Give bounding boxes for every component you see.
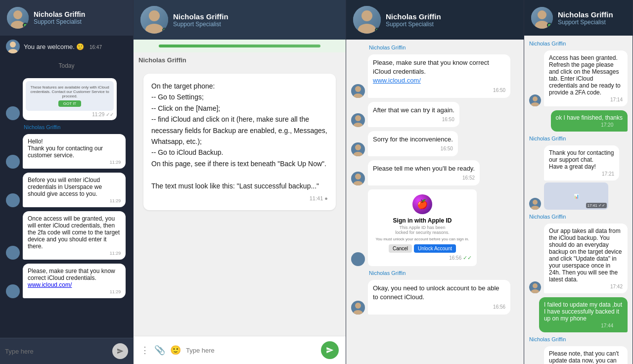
svg-point-25 bbox=[531, 289, 540, 293]
panel4-bubble-2: ok I have finished, thanks 17:20 ✓✓ bbox=[551, 110, 628, 132]
panel4-bubble-3: Thank you for contacting our support cha… bbox=[544, 145, 619, 181]
apple-signin-title: Sign in with Apple ID bbox=[373, 217, 472, 224]
panel4-screenshot-time: 17:41 ✓✓ bbox=[586, 203, 607, 208]
panel2-online-indicator bbox=[162, 28, 167, 33]
apple-id-screenshot: 🍎 Sign in with Apple ID This Apple ID ha… bbox=[368, 189, 477, 266]
panel3-header-info: Nicholas Griffin Support Specialist bbox=[386, 12, 517, 28]
online-indicator bbox=[23, 23, 28, 28]
panel1-bubble-please: Please, make sure that you know correct … bbox=[23, 264, 126, 298]
more-options-icon[interactable]: ⋮ bbox=[140, 345, 149, 356]
sender-avatar-3 bbox=[6, 193, 20, 207]
sender-avatar-p4-1 bbox=[529, 94, 541, 106]
panel3-avatar bbox=[353, 6, 381, 34]
panel3-bubble-2: After that we can try it again. 16:50 bbox=[368, 102, 459, 127]
svg-point-24 bbox=[533, 283, 538, 288]
panel1-contact-role: Support Specialist bbox=[34, 18, 126, 25]
panel4-sender-1: Nicholas Griffin bbox=[529, 41, 628, 46]
chat-panel-4: Nicholas Griffin Support Specialist Nich… bbox=[524, 0, 633, 364]
panel3-online-indicator bbox=[375, 28, 380, 33]
panel1-header-info: Nicholas Griffin Support Specialist bbox=[34, 10, 126, 25]
svg-point-2 bbox=[10, 42, 16, 47]
apple-logo-circle: 🍎 bbox=[412, 194, 432, 214]
panel3-bubble-4: Please tell me when you'll be ready. 16:… bbox=[368, 160, 480, 185]
sender-avatar-p3-1 bbox=[351, 84, 365, 98]
panel4-contact-role: Support Specialist bbox=[558, 19, 626, 26]
panel2-contact-name: Nicholas Griffin bbox=[173, 12, 339, 21]
panel4-bubble-5: I failed to update my data ,but I have s… bbox=[539, 297, 628, 332]
panel3-bubble-6: Okay, you need to unlock account to be a… bbox=[368, 280, 510, 314]
svg-point-11 bbox=[353, 123, 363, 127]
panel4-msg-4: Our app takes all data from the iCloud b… bbox=[529, 224, 628, 293]
panel1-welcome-text: You are welcome. 🙂 bbox=[24, 43, 84, 50]
sender-avatar-p3-4 bbox=[351, 172, 365, 185]
svg-point-12 bbox=[355, 144, 361, 150]
sender-avatar-p3-5 bbox=[351, 252, 365, 266]
panel4-sender-3: Nicholas Griffin bbox=[529, 136, 628, 141]
panel4-contact-name: Nicholas Griffin bbox=[558, 10, 626, 19]
sender-avatar-p3-2 bbox=[351, 113, 365, 127]
svg-point-8 bbox=[355, 86, 361, 92]
apple-unlock-button[interactable]: Unlock Account bbox=[414, 244, 456, 253]
panel3-apple-screenshot-container: 🍎 Sign in with Apple ID This Apple ID ha… bbox=[368, 189, 477, 266]
panel1-date-divider: Today bbox=[0, 60, 133, 71]
svg-point-7 bbox=[358, 24, 376, 34]
panel1-bubble-once: Once access will be granted, you will en… bbox=[23, 211, 126, 260]
svg-point-6 bbox=[362, 10, 372, 21]
panel4-msg-5: I failed to update my data ,but I have s… bbox=[529, 297, 628, 332]
panel1-message-1: These features are available only with i… bbox=[6, 78, 127, 120]
panel2-progress-area bbox=[134, 40, 346, 52]
panel2-send-button[interactable] bbox=[321, 341, 339, 359]
panel3-sender-name-6: Nicholas Griffin bbox=[369, 270, 519, 276]
panel2-header-info: Nicholas Griffin Support Specialist bbox=[173, 12, 339, 28]
panel3-bubble-3: Sorry for the inconvenience. 16:50 bbox=[368, 131, 458, 156]
panel4-msg-6: Please note, that you can't update data … bbox=[529, 346, 628, 364]
panel2-type-input[interactable] bbox=[186, 347, 316, 354]
sender-avatar bbox=[6, 106, 20, 120]
icloud-link-2[interactable]: www.icloud.com/ bbox=[373, 77, 421, 84]
panel1-contact-name: Nicholas Griffin bbox=[34, 10, 126, 18]
panel2-header: Nicholas Griffin Support Specialist bbox=[134, 0, 346, 40]
sender-avatar-p3-3 bbox=[351, 142, 365, 156]
panel1-message-before: Before you will enter iCloud credentials… bbox=[6, 173, 127, 207]
got-it-button: GOT IT bbox=[58, 100, 82, 107]
sender-avatar-5 bbox=[6, 284, 20, 298]
panel4-msg-3: Thank you for contacting our support cha… bbox=[529, 145, 628, 210]
panel1-type-area bbox=[0, 338, 133, 364]
panel3-apple-screenshot-row: 🍎 Sign in with Apple ID This Apple ID ha… bbox=[351, 189, 519, 266]
svg-point-14 bbox=[355, 174, 361, 180]
thumb-time: 11:29 ✓✓ bbox=[26, 111, 114, 117]
panel4-msg-1: Access has been granted. Refresh the pag… bbox=[529, 50, 628, 106]
panel4-bubble-1: Access has been granted. Refresh the pag… bbox=[544, 50, 628, 106]
sender-avatar-p3-6 bbox=[351, 301, 365, 315]
apple-locked-msg: This Apple ID has beenlocked for securit… bbox=[373, 225, 472, 235]
panel3-messages: Nicholas Griffin Please, make sure that … bbox=[346, 40, 524, 364]
apple-buttons: Cancel Unlock Account bbox=[373, 244, 472, 253]
panel1-send-button[interactable] bbox=[112, 343, 128, 359]
panel1-header: Nicholas Griffin Support Specialist bbox=[0, 0, 133, 36]
sender-avatar-p4-3 bbox=[529, 198, 541, 210]
panel3-msg-2: After that we can try it again. 16:50 bbox=[351, 102, 519, 127]
sender-avatar-p4-4 bbox=[529, 281, 541, 293]
panel4-sender-4: Nicholas Griffin bbox=[529, 214, 628, 220]
panel1-message-once: Once access will be granted, you will en… bbox=[6, 211, 127, 260]
panel2-contact-role: Support Specialist bbox=[173, 21, 339, 28]
panel1-welcome-content: You are welcome. 🙂 16:47 bbox=[24, 42, 127, 51]
svg-point-3 bbox=[8, 49, 18, 53]
emoji-icon[interactable]: 🙂 bbox=[170, 345, 181, 356]
svg-point-17 bbox=[353, 310, 363, 315]
panel3-sender-name-1: Nicholas Griffin bbox=[369, 45, 519, 50]
panel2-messages: On the target phone: -- Go to Settings; … bbox=[134, 64, 346, 336]
panel4-messages: Nicholas Griffin Access has been granted… bbox=[524, 36, 633, 364]
attachment-icon[interactable]: 📎 bbox=[154, 345, 165, 356]
panel4-bubble-3-container: Thank you for contacting our support cha… bbox=[544, 145, 628, 210]
panel4-avatar bbox=[531, 7, 553, 29]
chat-panel-1: Nicholas Griffin Support Specialist You … bbox=[0, 0, 134, 364]
apple-cancel-button[interactable]: Cancel bbox=[389, 244, 412, 253]
panel2-progress-bar bbox=[159, 45, 320, 47]
sender-avatar-4 bbox=[6, 246, 20, 260]
panel3-msg-3: Sorry for the inconvenience. 16:50 bbox=[351, 131, 519, 156]
panel3-bubble-1: Please, make sure that you know correct … bbox=[368, 54, 510, 98]
panel4-bubble-6: Please note, that you can't update data … bbox=[544, 346, 628, 364]
panel1-type-input[interactable] bbox=[5, 348, 108, 355]
icloud-link-1[interactable]: www.icloud.com/ bbox=[28, 281, 72, 288]
